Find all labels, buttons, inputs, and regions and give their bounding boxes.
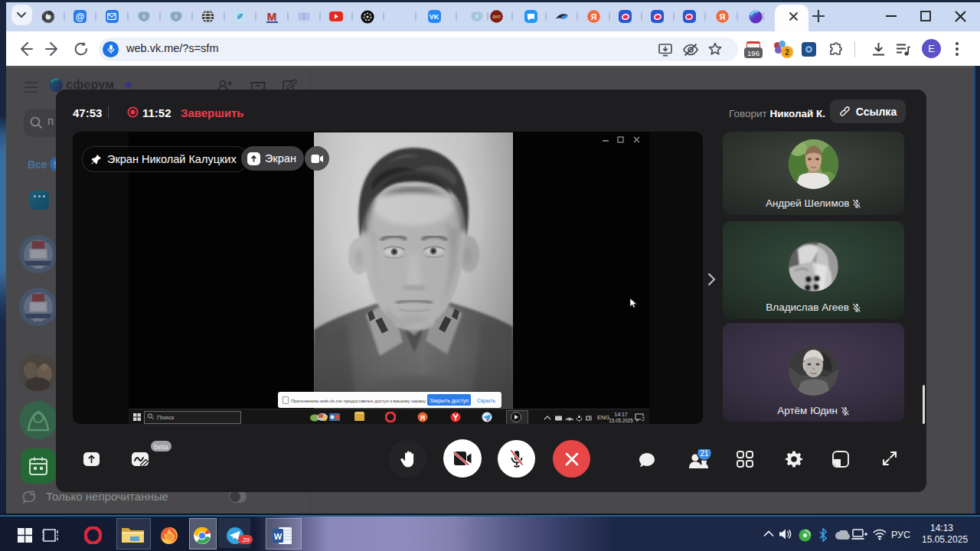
- svg-text:Я: Я: [590, 12, 596, 21]
- svg-text:2: 2: [642, 416, 645, 422]
- svg-text:21: 21: [700, 449, 709, 458]
- svg-text:W: W: [274, 532, 283, 541]
- svg-text:МГТУ: МГТУ: [33, 318, 44, 322]
- svg-text:Я: Я: [420, 414, 425, 422]
- svg-text:Закрыть доступ: Закрыть доступ: [430, 398, 469, 404]
- svg-text:Приложению web.vk.me предостав: Приложению web.vk.me предоставлен доступ…: [291, 398, 426, 403]
- svg-text:Я: Я: [719, 12, 725, 21]
- svg-text:14:17: 14:17: [614, 412, 628, 417]
- svg-text:ФИЛ: ФИЛ: [492, 15, 501, 19]
- svg-text:1998: 1998: [34, 265, 42, 269]
- svg-text:15.05.2025: 15.05.2025: [609, 418, 633, 423]
- svg-text:Поиск: Поиск: [157, 414, 175, 421]
- svg-text:Скрыть: Скрыть: [477, 398, 495, 404]
